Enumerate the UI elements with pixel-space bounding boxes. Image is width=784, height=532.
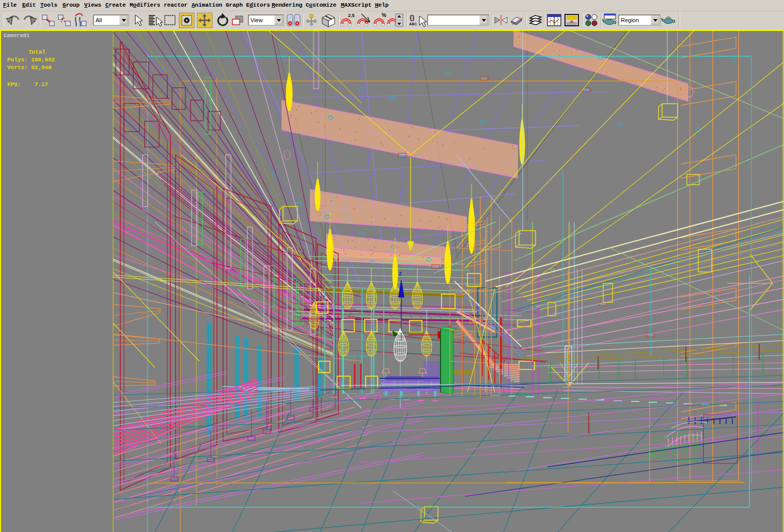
svg-text:All: All (96, 17, 102, 23)
svg-text:Z: Z (399, 271, 402, 277)
svg-text:Region: Region (621, 17, 639, 23)
svg-text:2.5: 2.5 (348, 13, 355, 18)
svg-text:{}: {} (410, 14, 415, 21)
svg-text:ABC: ABC (409, 22, 417, 26)
svg-text:View: View (250, 17, 263, 23)
svg-text:%: % (382, 12, 386, 18)
